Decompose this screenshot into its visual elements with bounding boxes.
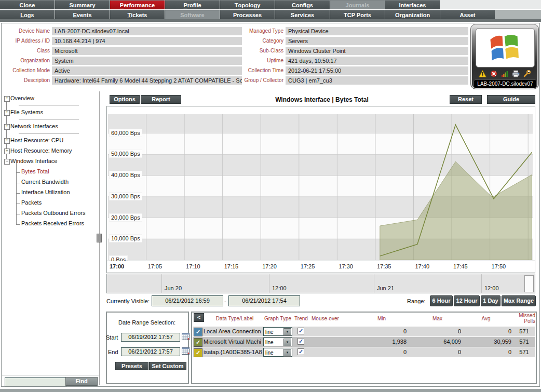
start-date-input[interactable]: 06/19/2012 17:57 bbox=[121, 333, 180, 342]
tree-expand-icon[interactable]: + bbox=[4, 110, 10, 116]
end-label: End bbox=[108, 349, 118, 355]
tree-collapse-icon[interactable]: − bbox=[4, 159, 10, 165]
dropdown-arrow-icon[interactable] bbox=[283, 328, 291, 336]
graph-type-value: line bbox=[265, 340, 274, 345]
series-color-swatch[interactable] bbox=[194, 328, 202, 336]
x-axis-tick-label: 17:25 bbox=[301, 263, 315, 269]
tab-asset[interactable]: Asset bbox=[440, 10, 495, 19]
series-color-swatch[interactable] bbox=[194, 348, 202, 357]
report-button[interactable]: Report bbox=[141, 95, 181, 104]
tab-journals: Journals bbox=[330, 0, 385, 9]
info-value: Active bbox=[52, 66, 242, 75]
range-max-button[interactable]: Max Range bbox=[502, 295, 536, 306]
tree-item-windows-interface[interactable]: Windows Interface bbox=[10, 158, 57, 164]
x-axis-tick-label: 17:35 bbox=[377, 263, 391, 269]
trend-checkbox[interactable] bbox=[297, 338, 304, 345]
tab-tickets[interactable]: Tickets bbox=[110, 10, 165, 19]
tree-expand-icon[interactable]: + bbox=[4, 96, 10, 102]
tree-branch-dash bbox=[16, 193, 20, 194]
find-button[interactable]: Find bbox=[65, 377, 98, 386]
splitter-grip[interactable] bbox=[97, 234, 102, 242]
tab-events[interactable]: Events bbox=[55, 10, 110, 19]
tab-services[interactable]: Services bbox=[275, 10, 330, 19]
x-axis-tick-label: 17:05 bbox=[148, 263, 163, 269]
y-axis-tick-label: 60,000 Bps bbox=[110, 129, 142, 137]
guide-button[interactable]: Guide bbox=[487, 95, 535, 104]
col-trend: Trend bbox=[292, 316, 310, 321]
tree-item-bytes-total[interactable]: Bytes Total bbox=[21, 168, 49, 174]
find-input[interactable] bbox=[5, 377, 67, 386]
dropdown-arrow-icon[interactable] bbox=[283, 349, 291, 357]
tree-branch-dash bbox=[16, 204, 20, 204]
date-range-title: Date Range Selection: bbox=[118, 319, 175, 326]
tree-item-network-interfaces[interactable]: Network Interfaces bbox=[10, 123, 58, 129]
timeline-tick-label: Jun 21 bbox=[377, 285, 394, 291]
tree-expand-icon[interactable]: + bbox=[4, 148, 10, 154]
plot-area[interactable]: 0 Bps10,000 Bps20,000 Bps30,000 Bps40,00… bbox=[108, 114, 533, 260]
collapse-legend-button[interactable]: < bbox=[194, 313, 204, 322]
range-6hour-button[interactable]: 6 Hour bbox=[430, 295, 453, 306]
bar-chart-icon[interactable] bbox=[501, 70, 508, 77]
tab-performance[interactable]: Performance bbox=[110, 0, 165, 9]
tree-item-overview[interactable]: Overview bbox=[10, 95, 34, 101]
tab-configs[interactable]: Configs bbox=[275, 0, 330, 9]
graph-type-select[interactable]: line bbox=[263, 327, 292, 336]
tab-tcp-ports[interactable]: TCP Ports bbox=[330, 10, 385, 19]
col-missed-polls-line2: Polls bbox=[511, 318, 535, 324]
timeline-view-thumb[interactable] bbox=[524, 275, 534, 292]
tab-summary[interactable]: Summary bbox=[55, 0, 110, 9]
trend-checkbox[interactable] bbox=[297, 348, 304, 355]
x-axis-tick-label: 17:20 bbox=[262, 263, 277, 269]
tree-item-packets-received-errors[interactable]: Packets Received Errors bbox=[21, 220, 84, 226]
x-axis-tick-label: 17:40 bbox=[415, 263, 429, 269]
col-missed-polls-line1: Missed bbox=[511, 313, 535, 318]
info-value: LAB-2007-DC.silodev07.local bbox=[52, 27, 242, 35]
visible-from-box[interactable]: 06/21/2012 16:59 bbox=[152, 295, 223, 306]
tree-item-file-systems[interactable]: File Systems bbox=[10, 109, 43, 115]
graph-type-select[interactable]: line bbox=[263, 348, 292, 357]
tree-item-host-resource-memory[interactable]: Host Resource: Memory bbox=[10, 147, 72, 154]
avg-value: 0 bbox=[466, 328, 511, 334]
lifebuoy-icon[interactable] bbox=[490, 70, 497, 77]
visible-to-box[interactable]: 06/21/2012 17:54 bbox=[228, 295, 300, 306]
info-label: Uptime bbox=[243, 57, 283, 65]
set-custom-button[interactable]: Set Custom bbox=[149, 362, 186, 370]
tab-profile[interactable]: Profile bbox=[165, 0, 220, 9]
tab-processes[interactable]: Processes bbox=[220, 10, 275, 19]
reset-button[interactable]: Reset bbox=[450, 95, 482, 104]
start-calendar-icon[interactable] bbox=[182, 333, 190, 340]
tab-logs[interactable]: Logs bbox=[0, 10, 55, 19]
end-date-input[interactable]: 06/21/2012 17:57 bbox=[121, 347, 180, 356]
options-button[interactable]: Options bbox=[110, 95, 140, 104]
tab-organization[interactable]: Organization bbox=[385, 10, 440, 19]
series-color-swatch[interactable] bbox=[194, 338, 202, 347]
tree-item-current-bandwidth[interactable]: Current Bandwidth bbox=[21, 179, 69, 185]
end-calendar-icon[interactable] bbox=[182, 347, 190, 355]
trend-checkbox[interactable] bbox=[297, 328, 304, 334]
dropdown-arrow-icon[interactable] bbox=[283, 339, 291, 346]
timeline-track[interactable]: Jun 2012:00Jun 2112:00 bbox=[106, 274, 535, 293]
graph-type-select[interactable]: line bbox=[263, 337, 292, 346]
warning-icon[interactable] bbox=[479, 70, 486, 77]
device-badge[interactable]: LAB-2007-DC.silodev07 bbox=[470, 24, 539, 89]
wrench-icon[interactable] bbox=[523, 70, 531, 77]
tab-interfaces[interactable]: Interfaces bbox=[385, 0, 440, 9]
tree-item-host-resource-cpu[interactable]: Host Resource: CPU bbox=[10, 137, 63, 143]
col-mouse-over: Mouse-over bbox=[312, 316, 348, 321]
range-1day-button[interactable]: 1 Day bbox=[481, 295, 501, 306]
tree-item-packets[interactable]: Packets bbox=[21, 199, 42, 206]
info-label: Device Name bbox=[4, 27, 50, 35]
tab-topology[interactable]: Topology bbox=[220, 0, 275, 9]
info-label: Group / Collector bbox=[243, 76, 283, 85]
tree-item-interface-utilization[interactable]: Interface Utilization bbox=[21, 189, 70, 195]
tree-branch-dash bbox=[16, 224, 20, 225]
tree-expand-icon[interactable]: + bbox=[4, 138, 10, 144]
currently-visible-label: Currently Visible: bbox=[106, 298, 150, 304]
range-12hour-button[interactable]: 12 Hour bbox=[454, 295, 480, 306]
presets-button[interactable]: Presets bbox=[115, 362, 148, 370]
x-axis-tick-label: 17:45 bbox=[453, 263, 468, 269]
printer-icon[interactable] bbox=[512, 70, 520, 77]
tree-item-packets-outbound-errors[interactable]: Packets Outbound Errors bbox=[21, 210, 86, 216]
tab-close[interactable]: Close bbox=[0, 0, 55, 9]
tree-expand-icon[interactable]: + bbox=[4, 124, 10, 130]
